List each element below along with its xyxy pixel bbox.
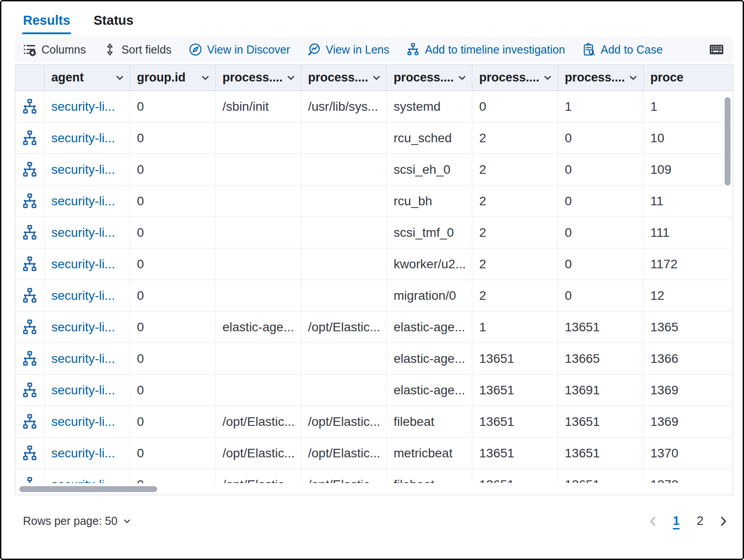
toolbar-button-view-in-discover[interactable]: View in Discover xyxy=(189,43,290,56)
page-button-1[interactable]: 1 xyxy=(667,511,685,531)
rows-per-page-label: Rows per page: 50 xyxy=(23,515,118,528)
agent-link[interactable]: security-li... xyxy=(51,194,115,208)
table-cell: kworker/u2... xyxy=(387,248,472,280)
pagination: 12 xyxy=(645,511,731,531)
table-cell: 0 xyxy=(558,280,644,311)
table-cell xyxy=(301,248,387,280)
analyze-event-button[interactable] xyxy=(22,319,38,335)
vertical-scrollbar[interactable] xyxy=(725,97,730,185)
row-control-cell xyxy=(15,185,45,217)
table-cell: metricbeat xyxy=(387,438,472,469)
table-cell xyxy=(301,154,387,185)
column-header-label: process.... xyxy=(394,71,454,85)
agent-link[interactable]: security-li... xyxy=(51,289,115,303)
agent-link[interactable]: security-li... xyxy=(51,99,115,114)
table-cell: 13651 xyxy=(472,375,558,406)
analyze-event-button[interactable] xyxy=(22,99,38,115)
table-cell: scsi_tmf_0 xyxy=(387,217,472,248)
column-menu-button[interactable] xyxy=(457,72,467,83)
agent-link[interactable]: security-li... xyxy=(51,320,115,334)
table-cell: 0 xyxy=(558,185,644,217)
analyze-event-button[interactable] xyxy=(22,130,38,146)
next-page-button[interactable] xyxy=(715,513,731,529)
table-cell: 13665 xyxy=(558,343,644,374)
toolbar-button-add-to-timeline-investigation[interactable]: Add to timeline investigation xyxy=(406,43,565,56)
table-cell: security-li... xyxy=(45,343,130,374)
table-cell: rcu_bh xyxy=(387,185,472,217)
column-menu-button[interactable] xyxy=(542,72,553,83)
agent-link[interactable]: security-li... xyxy=(51,415,115,429)
table-cell: elastic-age... xyxy=(387,375,472,406)
toolbar-button-add-to-case[interactable]: Add to Case xyxy=(582,43,663,56)
table-cell xyxy=(216,248,301,280)
previous-page-button[interactable] xyxy=(645,513,661,529)
column-header-group-id-1[interactable]: group.id xyxy=(130,65,216,90)
column-header-process-3[interactable]: process.... xyxy=(301,65,387,90)
horizontal-scrollbar[interactable] xyxy=(19,486,157,492)
column-menu-button[interactable] xyxy=(200,72,211,83)
row-control-cell xyxy=(15,91,45,122)
tab-status[interactable]: Status xyxy=(93,11,135,37)
columns-icon xyxy=(23,43,36,56)
analyzer-tree-icon xyxy=(22,288,38,304)
agent-link[interactable]: security-li... xyxy=(51,352,115,366)
table-cell: 13651 xyxy=(558,438,644,469)
rows-per-page-button[interactable]: Rows per page: 50 xyxy=(23,515,132,528)
table-cell: security-li... xyxy=(45,154,130,185)
table-row: security-li...0kworker/u2...201172 xyxy=(15,248,733,280)
analyze-event-button[interactable] xyxy=(22,225,38,241)
toolbar-button-columns[interactable]: Columns xyxy=(23,43,86,56)
column-header-process-5[interactable]: process.... xyxy=(472,65,558,90)
table-cell xyxy=(301,375,387,406)
agent-link[interactable]: security-li... xyxy=(51,446,115,461)
table-cell: /sbin/init xyxy=(216,91,301,122)
analyze-event-button[interactable] xyxy=(22,288,38,304)
toolbar-button-label: Columns xyxy=(41,43,86,56)
row-control-cell xyxy=(15,312,45,343)
table-cell: security-li... xyxy=(45,91,130,122)
toolbar-button-sort-fields[interactable]: Sort fields xyxy=(103,43,172,56)
keyboard-shortcuts-button[interactable] xyxy=(710,43,723,56)
table-cell xyxy=(301,280,387,311)
column-header-process-4[interactable]: process.... xyxy=(387,65,472,90)
analyzer-tree-icon xyxy=(22,162,38,178)
table-cell: security-li... xyxy=(45,438,130,469)
discover-compass-icon xyxy=(189,43,202,56)
column-header-agent-0[interactable]: agent xyxy=(45,65,130,90)
analyze-event-button[interactable] xyxy=(22,193,38,209)
analyzer-tree-icon xyxy=(22,99,38,115)
table-cell: 0 xyxy=(558,122,644,154)
analyze-event-button[interactable] xyxy=(22,256,38,272)
agent-link[interactable]: security-li... xyxy=(51,383,115,397)
timeline-analyzer-icon xyxy=(406,43,420,56)
table-cell: /opt/Elastic... xyxy=(216,406,301,437)
column-header-proce-7[interactable]: proce xyxy=(644,65,733,90)
agent-link[interactable]: security-li... xyxy=(51,226,115,240)
page-button-2[interactable]: 2 xyxy=(691,511,709,531)
column-menu-button[interactable] xyxy=(371,72,382,83)
toolbar-button-view-in-lens[interactable]: View in Lens xyxy=(307,43,389,56)
analyzer-tree-icon xyxy=(22,319,38,335)
column-menu-button[interactable] xyxy=(286,72,296,83)
analyze-event-button[interactable] xyxy=(22,414,38,430)
analyze-event-button[interactable] xyxy=(22,351,38,367)
analyze-event-button[interactable] xyxy=(22,445,38,461)
table-cell: systemd xyxy=(387,91,472,122)
table-cell: security-li... xyxy=(45,217,130,248)
toolbar-button-label: View in Lens xyxy=(326,43,389,56)
agent-link[interactable]: security-li... xyxy=(51,257,115,271)
agent-link[interactable]: security-li... xyxy=(51,131,115,145)
analyze-event-button[interactable] xyxy=(22,162,38,178)
agent-link[interactable]: security-li... xyxy=(51,163,115,177)
table-cell: 0 xyxy=(130,438,216,469)
column-header-process-2[interactable]: process.... xyxy=(216,65,301,90)
column-header-process-6[interactable]: process.... xyxy=(558,65,644,90)
row-control-cell xyxy=(15,248,45,280)
table-cell: 2 xyxy=(472,185,558,217)
tab-results[interactable]: Results xyxy=(22,11,71,37)
column-menu-button[interactable] xyxy=(628,72,639,83)
table-cell: 1 xyxy=(644,91,733,122)
column-menu-button[interactable] xyxy=(114,72,125,83)
analyze-event-button[interactable] xyxy=(22,382,38,398)
table-cell: 0 xyxy=(558,217,644,248)
